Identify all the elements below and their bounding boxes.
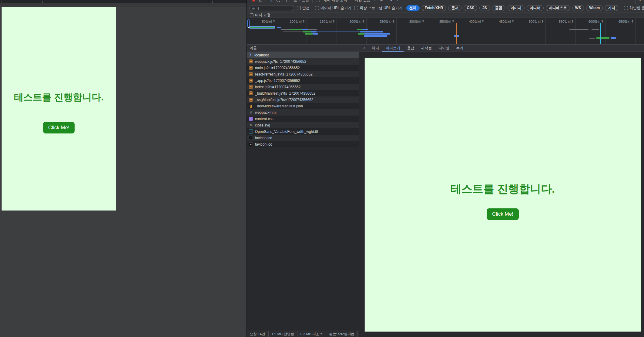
timeline-gridline bbox=[396, 18, 397, 44]
record-icon[interactable] bbox=[252, 0, 255, 2]
toolbar-divider bbox=[266, 0, 266, 2]
script-icon: ‹› bbox=[249, 59, 253, 63]
request-row[interactable]: ×close.svg bbox=[247, 122, 359, 128]
request-row[interactable]: ‹›_ssgManifest.js?ts=1720074356652 bbox=[247, 96, 359, 103]
request-name: main.js?ts=1720074356652 bbox=[255, 66, 300, 70]
toolbar-divider bbox=[635, 0, 636, 4]
tab-헤더[interactable]: 헤더 bbox=[368, 45, 382, 52]
filter-chip-기타[interactable]: 기타 bbox=[605, 5, 618, 11]
network-conditions-icon[interactable]: ⇅ bbox=[380, 0, 383, 2]
request-name: _ssgManifest.js?ts=1720074356652 bbox=[255, 98, 313, 102]
preview-click-me-button[interactable]: Click Me! bbox=[487, 208, 519, 220]
waterfall-bar bbox=[592, 29, 599, 30]
request-name: close.svg bbox=[255, 123, 270, 127]
waterfall-bar bbox=[360, 31, 383, 32]
timeline-tick-label: 100밀리초 bbox=[282, 19, 305, 24]
filter-chip-전체[interactable]: 전체 bbox=[406, 5, 420, 11]
waterfall-bar bbox=[290, 29, 302, 30]
status-item: 6.3 MB 리소스 bbox=[297, 331, 326, 337]
request-name: webpack-hmr bbox=[255, 110, 277, 115]
request-row[interactable]: ‹›main.js?ts=1720074356652 bbox=[247, 65, 359, 71]
filter-chip-JS[interactable]: JS bbox=[479, 5, 490, 11]
page-heading: 테스트를 진행합니다. bbox=[2, 91, 116, 104]
filter-chip-CSS[interactable]: CSS bbox=[464, 5, 477, 11]
filter-chip-미디어[interactable]: 미디어 bbox=[527, 5, 544, 11]
filter-chip-Fetch/XHR[interactable]: Fetch/XHR bbox=[422, 5, 446, 11]
tab-쿠키[interactable]: 쿠키 bbox=[453, 45, 467, 52]
filter-input[interactable] bbox=[249, 5, 294, 11]
script-icon: ‹› bbox=[249, 85, 253, 89]
svg-icon: × bbox=[249, 123, 253, 127]
filter-chip-글꼴[interactable]: 글꼴 bbox=[492, 5, 505, 11]
tab-타이밍[interactable]: 타이밍 bbox=[435, 45, 453, 52]
browser-toolbar-strip bbox=[0, 3, 247, 7]
disable-cache-checkbox[interactable] bbox=[316, 0, 320, 2]
request-row[interactable]: ‹›index.js?ts=1720074356652 bbox=[247, 84, 359, 90]
waterfall-bar bbox=[596, 37, 609, 39]
search-icon[interactable] bbox=[276, 0, 279, 2]
request-row[interactable]: /content.css bbox=[247, 116, 359, 122]
request-name: content.css bbox=[255, 117, 273, 121]
hide-extension-urls-checkbox[interactable] bbox=[354, 6, 358, 10]
status-item: 요청 14건 bbox=[247, 331, 269, 337]
filter-chip-문서[interactable]: 문서 bbox=[448, 5, 461, 11]
script-icon: ‹› bbox=[249, 66, 253, 70]
hide-extension-urls-label: 확장 프로그램 URL 숨기기 bbox=[360, 5, 403, 11]
hide-data-urls-checkbox[interactable] bbox=[315, 6, 319, 10]
name-column-header[interactable]: 이름 bbox=[247, 45, 359, 52]
preserve-log-checkbox[interactable] bbox=[286, 0, 290, 2]
request-row[interactable]: ▲favicon.ico bbox=[247, 135, 359, 141]
invert-label: 반전 bbox=[302, 5, 310, 11]
waterfall-bar bbox=[364, 35, 387, 37]
close-icon[interactable]: × bbox=[361, 45, 368, 52]
request-row[interactable]: {}_devMiddlewareManifest.json bbox=[247, 103, 359, 109]
filter-chip-이미지[interactable]: 이미지 bbox=[508, 5, 525, 11]
waterfall-bar bbox=[317, 32, 361, 32]
status-item: 완료: 592밀리초 bbox=[326, 331, 358, 337]
throttling-select[interactable]: 제한 없음 bbox=[355, 0, 370, 3]
request-row[interactable]: ‹›react-refresh.js?ts=1720074356652 bbox=[247, 71, 359, 77]
click-me-button[interactable]: Click Me! bbox=[43, 122, 75, 133]
waterfall-bar bbox=[454, 35, 460, 37]
waterfall-bar bbox=[569, 29, 589, 30]
blocked-cookies-checkbox[interactable] bbox=[624, 6, 628, 10]
tab-미리보기[interactable]: 미리보기 bbox=[382, 45, 404, 52]
filter-chip-매니페스트[interactable]: 매니페스트 bbox=[546, 5, 570, 11]
request-row[interactable]: TOpenSans_VariableFont_wdth_wght.ttf bbox=[247, 128, 359, 135]
request-name: OpenSans_VariableFont_wdth_wght.ttf bbox=[255, 130, 318, 134]
request-row[interactable]: ▲favicon.ico bbox=[247, 141, 359, 147]
request-row[interactable]: ⇄webpack-hmr bbox=[247, 109, 359, 116]
filter-icon[interactable] bbox=[269, 0, 273, 2]
blocked-cookies-label: 차단된 응답 쿠키 bbox=[629, 5, 644, 11]
third-party-checkbox[interactable] bbox=[250, 13, 253, 17]
settings-gear-icon[interactable]: ⚙ bbox=[638, 0, 642, 2]
timeline-tick-label: 300밀리초 bbox=[402, 19, 425, 24]
waterfall-bar bbox=[311, 31, 317, 32]
invert-checkbox[interactable] bbox=[297, 6, 301, 10]
request-name: localhost bbox=[254, 53, 269, 57]
timeline-gridline bbox=[635, 18, 636, 44]
export-har-icon[interactable]: ↥ bbox=[396, 0, 399, 2]
request-name: react-refresh.js?ts=1720074356652 bbox=[255, 72, 313, 76]
import-har-icon[interactable]: ↧ bbox=[390, 0, 393, 2]
request-row[interactable]: ‹›_buildManifest.js?ts=1720074356652 bbox=[247, 90, 359, 96]
filter-chip-Wasm[interactable]: Wasm bbox=[586, 5, 603, 11]
request-row[interactable]: ‹›webpack.js?ts=1720074356652 bbox=[247, 58, 359, 65]
devtools-panel: 로그 보존 캐시 사용 중지 제한 없음 ▼ ⇅ ↧ ↥ ⚙ 반전 데이터 UR… bbox=[247, 0, 644, 337]
tab-응답[interactable]: 응답 bbox=[404, 45, 418, 52]
tab-시작점[interactable]: 시작점 bbox=[418, 45, 435, 52]
status-item: D bbox=[358, 331, 359, 337]
stylesheet-icon: / bbox=[249, 117, 253, 121]
timeline-gridline bbox=[545, 18, 546, 44]
toolbar-divider bbox=[312, 0, 313, 2]
waterfall-bar bbox=[611, 37, 616, 39]
request-row[interactable]: localhost bbox=[247, 52, 359, 58]
timeline-selection-handle[interactable] bbox=[247, 19, 250, 27]
third-party-row: 타사 요청 bbox=[247, 12, 644, 18]
timeline-gridline bbox=[575, 18, 576, 44]
request-row[interactable]: ‹›_app.js?ts=1720074356652 bbox=[247, 77, 359, 84]
timeline-gridline bbox=[426, 18, 426, 44]
filter-chip-WS[interactable]: WS bbox=[572, 5, 584, 11]
clear-icon[interactable] bbox=[259, 0, 262, 2]
screen: 테스트를 진행합니다. Click Me! 로그 보존 캐시 사용 중지 제한 … bbox=[0, 0, 644, 337]
